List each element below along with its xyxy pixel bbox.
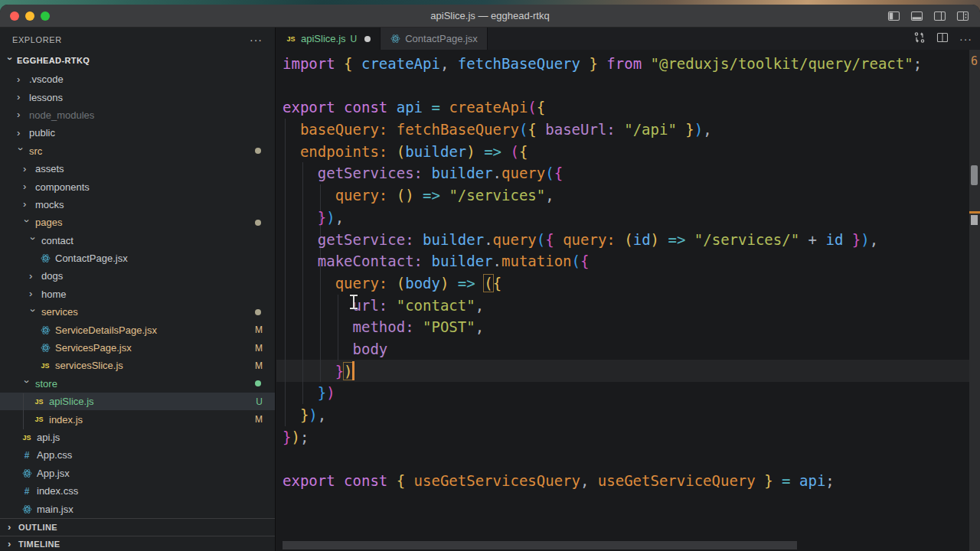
toggle-primary-sidebar-icon[interactable] (887, 10, 900, 22)
code-line-1[interactable]: import { createApi, fetchBaseQuery } fro… (283, 53, 922, 75)
sidebar-item-node-modules[interactable]: ›node_modules (0, 106, 275, 124)
chevron-right-icon: › (29, 290, 37, 298)
sidebar-item-src[interactable]: ›src (0, 142, 275, 160)
code-line-6[interactable]: getServices: builder.query({ (283, 162, 922, 184)
item-label: apiSlice.js (49, 396, 94, 407)
chevron-down-icon: › (17, 148, 24, 155)
git-status-badge: M (255, 360, 263, 371)
code-line-13[interactable]: method: "POST", (283, 316, 922, 338)
split-editor-button[interactable] (936, 31, 949, 47)
item-label: main.jsx (37, 504, 74, 515)
outline-section-header[interactable]: › OUTLINE (0, 518, 275, 536)
git-change-dot (255, 148, 261, 154)
sidebar-item-index-css[interactable]: #index.css (0, 482, 275, 500)
sidebar-item-lessons[interactable]: ›lessons (0, 88, 275, 106)
sidebar-item-pages[interactable]: ›pages (0, 214, 275, 231)
tab-bar: JSapiSlice.jsUContactPage.jsx ··· (276, 28, 980, 50)
code-content[interactable]: import { createApi, fetchBaseQuery } fro… (283, 53, 922, 492)
sidebar-item-servicedetailspage-jsx[interactable]: ServiceDetailsPage.jsxM (0, 321, 275, 338)
open-changes-button[interactable] (913, 31, 926, 47)
sidebar-item-services[interactable]: ›services (0, 303, 275, 321)
horizontal-scrollbar-thumb[interactable] (283, 541, 797, 549)
sidebar-item-store[interactable]: ›store (0, 375, 275, 393)
git-status-badge: U (256, 396, 263, 407)
sidebar-item-components[interactable]: ›components (0, 178, 275, 195)
js-file-icon: JS (34, 416, 44, 423)
explorer-more-actions-button[interactable]: ··· (250, 34, 263, 46)
chevron-right-icon: › (17, 111, 24, 119)
overview-ruler-cursor-mark (969, 211, 980, 214)
item-label: api.js (37, 432, 60, 443)
file-tree: ›.vscode›lessons›node_modules›public›src… (0, 70, 275, 518)
toggle-secondary-sidebar-icon[interactable] (933, 10, 946, 22)
sidebar-item-app-css[interactable]: #App.css (0, 446, 275, 464)
sidebar-item-main-jsx[interactable]: main.jsx (0, 500, 275, 517)
sidebar-item-servicesslice-js[interactable]: JSservicesSlice.jsM (0, 357, 275, 374)
sidebar-item-assets[interactable]: ›assets (0, 160, 275, 178)
item-label: mocks (35, 199, 64, 210)
code-line-2[interactable] (283, 75, 922, 97)
item-label: servicesSlice.js (55, 360, 123, 371)
timeline-section-header[interactable]: › TIMELINE (0, 536, 275, 551)
git-status-badge: M (255, 343, 263, 354)
window-title: apiSlice.js — egghead-rtkq (0, 10, 980, 21)
code-line-5[interactable]: endpoints: (builder) => ({ (283, 141, 922, 163)
react-file-icon (21, 468, 32, 478)
code-line-16[interactable]: }) (283, 382, 922, 404)
workspace-header[interactable]: › EGGHEAD-RTKQ (0, 52, 275, 69)
sidebar-item-app-jsx[interactable]: App.jsx (0, 465, 275, 482)
code-line-12[interactable]: url: "contact", (283, 295, 922, 317)
sidebar-item-contact[interactable]: ›contact (0, 232, 275, 249)
close-button[interactable] (10, 11, 19, 21)
code-line-11[interactable]: query: (body) => ({ (283, 272, 922, 295)
sidebar-item-public[interactable]: ›public (0, 124, 275, 142)
item-label: App.jsx (37, 468, 70, 479)
item-label: contact (41, 235, 74, 246)
editor-more-actions-button[interactable]: ··· (959, 33, 972, 45)
sidebar-item-dogs[interactable]: ›dogs (0, 267, 275, 285)
minimize-button[interactable] (25, 11, 34, 21)
tab-apislice-js[interactable]: JSapiSlice.jsU (276, 28, 381, 50)
sidebar-item-home[interactable]: ›home (0, 285, 275, 303)
code-line-7[interactable]: query: () => "/services", (283, 184, 922, 207)
js-file-icon: JS (40, 362, 51, 370)
chevron-right-icon: › (17, 76, 24, 83)
sidebar-item-servicespage-jsx[interactable]: ServicesPage.jsxM (0, 339, 275, 357)
sidebar-item-mocks[interactable]: ›mocks (0, 196, 275, 214)
code-line-18[interactable]: }); (283, 426, 922, 448)
code-line-14[interactable]: body (283, 338, 922, 360)
chevron-down-icon: › (6, 57, 14, 65)
sidebar-item-contactpage-jsx[interactable]: ContactPage.jsx (0, 249, 275, 267)
code-line-10[interactable]: makeContact: builder.mutation({ (283, 250, 922, 272)
traffic-lights (10, 11, 50, 21)
sidebar-item-index-js[interactable]: JSindex.jsM (0, 410, 275, 428)
sidebar-item-apislice-js[interactable]: JSapiSlice.jsU (0, 393, 275, 410)
git-change-dot (255, 309, 261, 315)
vscode-window: apiSlice.js — egghead-rtkq EXPLORER ··· … (0, 5, 980, 551)
maximize-button[interactable] (41, 11, 50, 21)
explorer-sidebar: EXPLORER ··· › EGGHEAD-RTKQ ›.vscode›les… (0, 28, 276, 551)
code-line-8[interactable]: }), (283, 207, 922, 229)
tab-contactpage-jsx[interactable]: ContactPage.jsx (381, 28, 488, 50)
code-line-17[interactable]: }), (283, 404, 922, 426)
scrollbar-thumb[interactable] (971, 165, 978, 185)
customize-layout-icon[interactable] (956, 10, 969, 22)
sidebar-item--vscode[interactable]: ›.vscode (0, 70, 275, 88)
code-line-3[interactable]: export const api = createApi({ (283, 96, 922, 119)
code-line-20[interactable]: export const { useGetServicesQuery, useG… (283, 470, 922, 492)
overview-ruler-mark (971, 215, 978, 225)
code-editor[interactable]: import { createApi, fetchBaseQuery } fro… (276, 50, 980, 551)
dirty-indicator[interactable] (364, 36, 371, 42)
react-file-icon (40, 325, 51, 335)
code-line-4[interactable]: baseQuery: fetchBaseQuery({ baseUrl: "/a… (283, 119, 922, 141)
vertical-scrollbar[interactable]: 6 (969, 50, 980, 551)
toggle-panel-icon[interactable] (910, 10, 923, 22)
mouse-ibeam-cursor (350, 295, 358, 309)
item-label: ServiceDetailsPage.jsx (55, 324, 157, 336)
code-line-9[interactable]: getService: builder.query({ query: (id) … (283, 229, 922, 251)
code-line-15[interactable]: }) (283, 360, 922, 383)
item-label: components (35, 181, 90, 193)
code-line-19[interactable] (283, 448, 922, 470)
sidebar-item-api-js[interactable]: JSapi.js (0, 429, 275, 446)
title-bar[interactable]: apiSlice.js — egghead-rtkq (0, 5, 980, 28)
